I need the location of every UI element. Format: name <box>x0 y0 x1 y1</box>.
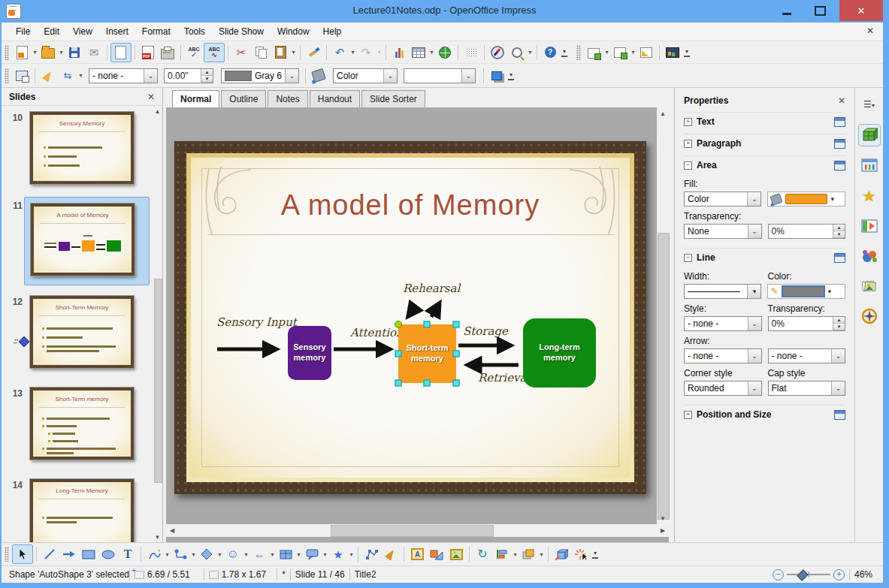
cap-style-select-arrow[interactable]: ⌄ <box>831 381 845 395</box>
line-color-picker[interactable]: ✎ ▾ <box>767 284 845 299</box>
section-text[interactable]: + Text <box>684 112 845 131</box>
toolbar-grip[interactable] <box>5 45 9 60</box>
maximize-button[interactable] <box>805 0 835 21</box>
spellcheck-button[interactable]: ABC✓ <box>184 44 204 62</box>
navigator-button[interactable] <box>488 44 507 62</box>
zoom-percentage[interactable]: 46% <box>854 569 872 580</box>
arrow-end-select-arrow[interactable]: ⌄ <box>831 349 845 363</box>
presentation-toolbar-grip[interactable] <box>576 45 581 60</box>
slide-show-button[interactable] <box>663 44 682 62</box>
save-button[interactable] <box>65 44 84 62</box>
callouts-button[interactable] <box>302 545 322 563</box>
menu-edit[interactable]: Edit <box>37 24 66 39</box>
help-button[interactable]: ? <box>540 44 560 62</box>
slide-canvas[interactable]: A model of Memory <box>166 107 657 524</box>
insert-table-button[interactable] <box>409 44 428 62</box>
sidebar-properties-button[interactable] <box>858 124 881 146</box>
symbol-shapes-dropdown[interactable]: ▾ <box>243 551 249 558</box>
transparency-spinner[interactable]: 0%▲▼ <box>768 224 846 239</box>
zoom-out-icon[interactable]: − <box>773 569 784 580</box>
box-short-term-memory[interactable]: Short-term memory <box>398 324 456 383</box>
slides-scroll-up-icon[interactable]: ▲ <box>153 107 162 115</box>
expand-icon[interactable]: + <box>684 411 692 419</box>
table-dropdown[interactable]: ▾ <box>428 49 435 56</box>
fill-color-dropdown-icon[interactable]: ▾ <box>830 195 834 203</box>
properties-close-icon[interactable]: ✕ <box>838 95 845 106</box>
slide-thumbnail-10[interactable]: Sensory Memory <box>24 109 148 196</box>
cap-style-select[interactable]: Flat⌄ <box>768 381 846 396</box>
fill-color-combo[interactable]: ⌄ <box>404 68 476 83</box>
menu-tools[interactable]: Tools <box>177 24 212 39</box>
tab-outline[interactable]: Outline <box>221 90 266 107</box>
collapse-icon[interactable]: − <box>684 161 692 170</box>
extrusion-toggle-button[interactable] <box>552 545 571 563</box>
print-button[interactable] <box>158 44 177 62</box>
sidebar-custom-animation-button[interactable]: ★ <box>859 185 880 207</box>
line-transparency-down[interactable]: ▼ <box>833 324 845 330</box>
insert-chart-button[interactable] <box>389 44 409 62</box>
new-slide-dropdown[interactable]: ▾ <box>603 49 610 56</box>
tab-slide-sorter[interactable]: Slide Sorter <box>361 90 425 107</box>
shapes-group-button[interactable] <box>427 545 446 563</box>
scroll-up-icon[interactable]: ▲ <box>657 109 669 118</box>
slides-panel-scrollbar[interactable]: ▲ ▼ <box>153 106 162 542</box>
slide-thumbnail-13[interactable]: Short-Term memory <box>24 384 148 472</box>
label-rehearsal[interactable]: Rehearsal <box>403 282 460 295</box>
arrow-start-select-arrow[interactable]: ⌄ <box>748 349 761 363</box>
alignment-button[interactable] <box>492 545 512 563</box>
arrow-style-button[interactable]: ⇆ <box>58 67 77 85</box>
section-area[interactable]: − Area <box>684 155 845 174</box>
corner-style-select-arrow[interactable]: ⌄ <box>748 381 761 395</box>
label-sensory-input[interactable]: Sensory Input <box>216 315 297 329</box>
transparency-type-select[interactable]: None⌄ <box>684 224 762 239</box>
interaction-button[interactable] <box>571 545 591 563</box>
canvas-horizontal-scrollbar[interactable]: ◀ ▶ <box>166 524 669 537</box>
selection-handle-mid-right[interactable] <box>453 351 460 357</box>
line-dialog-launcher-icon[interactable] <box>834 253 845 263</box>
open-button[interactable] <box>38 44 58 62</box>
paste-dropdown[interactable]: ▾ <box>290 49 297 56</box>
alignment-dropdown[interactable]: ▾ <box>512 551 519 558</box>
vertical-scrollbar-thumb[interactable] <box>658 233 670 520</box>
transparency-down[interactable]: ▼ <box>833 231 845 238</box>
horizontal-scrollbar-thumb[interactable] <box>331 525 494 537</box>
fill-type-combo[interactable]: Color⌄ <box>333 68 398 83</box>
rotate-button[interactable]: ↻ <box>473 545 492 563</box>
connector-dropdown[interactable]: ▾ <box>190 551 197 558</box>
line-style-select[interactable]: - none -⌄ <box>684 316 762 331</box>
fill-type-combo-arrow[interactable]: ⌄ <box>383 69 397 83</box>
fill-type-select-arrow[interactable]: ⌄ <box>747 192 760 206</box>
shadow-toggle-button[interactable] <box>487 67 506 85</box>
scroll-down-icon[interactable]: ▼ <box>657 514 669 523</box>
sidebar-gallery-button[interactable] <box>859 246 880 267</box>
flowchart-dropdown[interactable]: ▾ <box>295 551 302 558</box>
line-width-select[interactable]: ▾ <box>684 284 761 299</box>
close-button[interactable]: ✕ <box>839 0 883 21</box>
arrow-start-select[interactable]: - none -⌄ <box>684 348 762 363</box>
expand-icon[interactable]: + <box>684 140 692 148</box>
menu-help[interactable]: Help <box>316 24 349 39</box>
insert-picture-button[interactable] <box>446 545 466 563</box>
zoom-button[interactable] <box>507 44 527 62</box>
zoom-track[interactable] <box>787 574 830 575</box>
slide-layout-dropdown[interactable]: ▾ <box>630 49 637 56</box>
text-tool-button[interactable]: T <box>118 545 138 563</box>
curve-dropdown[interactable]: ▾ <box>164 551 171 558</box>
slide-thumbnail-12[interactable]: Short-Term Memory <box>24 293 148 380</box>
menu-insert[interactable]: Insert <box>99 24 135 39</box>
line-width-select-arrow[interactable]: ▾ <box>747 285 760 298</box>
select-tool-button[interactable] <box>12 544 33 564</box>
tab-notes[interactable]: Notes <box>268 90 307 107</box>
transparency-type-arrow[interactable]: ⌄ <box>748 225 761 238</box>
basic-shapes-button[interactable] <box>197 545 216 563</box>
arrange-button[interactable] <box>519 545 538 563</box>
line-style-combo-arrow[interactable]: ⌄ <box>144 69 157 83</box>
glue-points-button[interactable] <box>381 545 401 563</box>
section-line[interactable]: − Line <box>684 248 845 267</box>
slide-layout-button[interactable] <box>610 44 630 62</box>
position-size-dialog-launcher-icon[interactable] <box>834 410 845 420</box>
symbol-shapes-button[interactable]: ☺ <box>223 545 243 563</box>
copy-button[interactable] <box>251 44 271 62</box>
tab-normal[interactable]: Normal <box>172 90 219 107</box>
slides-scroll-down-icon[interactable]: ▼ <box>153 533 162 541</box>
